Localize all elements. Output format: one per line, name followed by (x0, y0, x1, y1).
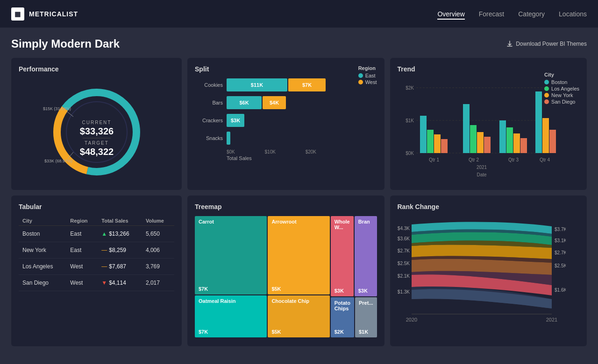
svg-text:$1.6K: $1.6K (555, 287, 566, 293)
svg-text:$3.7K: $3.7K (555, 227, 566, 232)
svg-text:TARGET: TARGET (85, 140, 109, 146)
split-row-cookies: Cookies $11K $7K (195, 78, 377, 91)
split-x-title: Total Sales (195, 155, 377, 161)
rank-change-title: Rank Change (398, 203, 580, 210)
trend-legend-ny: New York (544, 92, 579, 98)
svg-rect-18 (420, 116, 427, 153)
brand-name: METRICALIST (29, 10, 78, 18)
col-region: Region (66, 216, 98, 226)
svg-text:Date: Date (477, 172, 487, 177)
split-row-snacks: Snacks (195, 132, 377, 145)
svg-rect-19 (427, 130, 434, 153)
trend-legend-sd: San Diego (544, 99, 579, 105)
treemap-card: Treemap Carrot $7K Oatmeal Raisin $7K (187, 196, 384, 346)
svg-text:$1.3K: $1.3K (398, 289, 410, 294)
svg-text:$2.1K: $2.1K (398, 273, 410, 279)
treemap-whole: Whole W... $3K (331, 216, 354, 296)
split-row-crackers: Crackers $3K (195, 114, 377, 127)
logo-icon: ▦ (14, 10, 21, 18)
trend-legend-boston: Boston (544, 79, 579, 85)
split-card: Split Region East West Cookies $11K (187, 58, 384, 190)
tabular-title: Tabular (19, 203, 174, 210)
logo-box: ▦ (11, 7, 24, 21)
treemap-bran: Bran $3K (355, 216, 377, 296)
performance-card: Performance CURRENT $33,326 TARGET $48,3… (11, 58, 182, 190)
split-chart: Cookies $11K $7K Bars $6K $4K Crac (195, 78, 377, 161)
nav-overview[interactable]: Overview (437, 8, 464, 20)
split-bar-bars-east: $6K (227, 96, 262, 109)
main-content: Simply Modern Dark Download Power BI The… (0, 28, 598, 356)
treemap-pret: Pret... $1K (355, 297, 377, 337)
svg-text:2020: 2020 (406, 317, 417, 322)
svg-text:$33K (68.97%): $33K (68.97%) (44, 159, 72, 163)
top-cards-row: Performance CURRENT $33,326 TARGET $48,3… (11, 58, 587, 190)
svg-text:$33,326: $33,326 (79, 126, 113, 136)
download-button[interactable]: Download Power BI Themes (506, 41, 587, 47)
table-row: Boston East ▲$13,266 5,650 (19, 226, 174, 242)
svg-text:$1K: $1K (406, 118, 414, 123)
svg-rect-28 (513, 133, 520, 153)
treemap-oatmeal: Oatmeal Raisin $7K (195, 295, 267, 337)
performance-donut-wrap: CURRENT $33,326 TARGET $48,322 $15K (31.… (19, 78, 174, 176)
split-legend-east: East (358, 73, 377, 78)
split-row-bars: Bars $6K $4K (195, 96, 377, 109)
treemap-middle: Arrowroot $5K Chocolate Chip $5K (268, 216, 329, 337)
svg-rect-30 (535, 91, 542, 153)
svg-rect-27 (506, 127, 513, 153)
nav-locations[interactable]: Locations (559, 8, 587, 20)
table-header-row: City Region Total Sales Volume (19, 216, 174, 226)
svg-text:CURRENT: CURRENT (82, 120, 111, 125)
performance-donut-svg: CURRENT $33,326 TARGET $48,322 $15K (31.… (41, 83, 153, 176)
svg-rect-22 (463, 104, 470, 153)
svg-text:$2.7K: $2.7K (398, 248, 410, 253)
nav-links: Overview Forecast Category Locations (437, 8, 587, 20)
col-city: City (19, 216, 66, 226)
split-x-axis: $0K $10K $20K (195, 149, 316, 154)
svg-rect-25 (484, 137, 491, 153)
split-bar-cookies-east: $11K (227, 78, 287, 91)
rank-change-card: Rank Change (390, 196, 587, 346)
download-label: Download Power BI Themes (516, 41, 587, 47)
split-bar-snacks-east (227, 132, 230, 145)
svg-text:$2.7K: $2.7K (555, 250, 566, 255)
svg-rect-29 (520, 138, 527, 153)
svg-rect-21 (441, 139, 448, 153)
svg-text:Qtr 4: Qtr 4 (539, 157, 550, 162)
svg-rect-31 (542, 118, 549, 153)
brand: ▦ METRICALIST (11, 7, 78, 21)
svg-text:$3.6K: $3.6K (398, 236, 410, 241)
tabular-table: City Region Total Sales Volume Boston Ea… (19, 216, 174, 291)
trend-arrow-up: ▲ (101, 231, 107, 237)
split-legend: Region East West (358, 65, 377, 86)
download-icon (506, 41, 513, 47)
nav-category[interactable]: Category (518, 8, 545, 20)
split-bar-cookies-west: $7K (288, 78, 326, 91)
svg-text:$15K (31.03%): $15K (31.03%) (43, 106, 71, 111)
treemap-container: Carrot $7K Oatmeal Raisin $7K Arrowroot … (195, 216, 377, 337)
treemap-right-top: Whole W... $3K Bran $3K (331, 216, 377, 296)
table-row: San Diego West ▼$4,114 2,017 (19, 275, 174, 291)
treemap-carrot: Carrot $7K (195, 216, 267, 294)
page-header: Simply Modern Dark Download Power BI The… (11, 37, 587, 50)
table-row: New York East —$8,259 4,006 (19, 242, 174, 259)
split-legend-title: Region (358, 65, 377, 71)
svg-text:$3.1K: $3.1K (555, 238, 566, 243)
col-total-sales: Total Sales (98, 216, 142, 226)
east-dot (358, 73, 363, 78)
tabular-card: Tabular City Region Total Sales Volume B… (11, 196, 182, 346)
rank-change-chart: $4.3K $3.6K $2.7K $2.5K $2.1K $1.3K $3.7… (398, 216, 580, 339)
split-bar-bars-west: $4K (263, 96, 286, 109)
treemap-chocchip: Chocolate Chip $5K (268, 295, 329, 337)
svg-text:2021: 2021 (476, 165, 487, 170)
svg-rect-23 (470, 125, 477, 153)
svg-text:Qtr 1: Qtr 1 (428, 157, 439, 162)
nav-forecast[interactable]: Forecast (479, 8, 504, 20)
svg-text:$4.3K: $4.3K (398, 226, 410, 231)
svg-text:$2.5K: $2.5K (555, 263, 566, 268)
navbar: ▦ METRICALIST Overview Forecast Category… (0, 0, 598, 28)
treemap-potato: Potato Chips $2K (331, 297, 354, 337)
treemap-arrowroot: Arrowroot $5K (268, 216, 329, 294)
svg-text:2021: 2021 (546, 317, 557, 322)
bottom-cards-row: Tabular City Region Total Sales Volume B… (11, 196, 587, 346)
svg-text:$2K: $2K (406, 85, 414, 91)
